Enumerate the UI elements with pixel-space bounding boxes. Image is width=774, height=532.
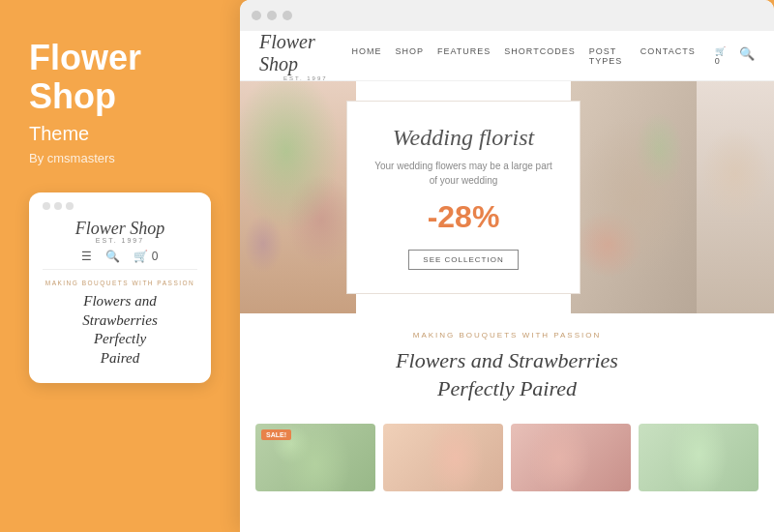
- product-item-2[interactable]: [383, 424, 503, 491]
- nav-shop[interactable]: Shop: [396, 46, 425, 66]
- theme-title: Flower Shop: [29, 39, 211, 115]
- mockup-nav: ☰ 🔍 🛒 0: [43, 250, 197, 270]
- browser-dot-2: [267, 11, 277, 20]
- hero-image-right: [697, 81, 774, 313]
- nav-icons: 🛒 0 🔍: [715, 46, 755, 66]
- search-icon[interactable]: 🔍: [739, 46, 755, 66]
- browser-dot-3: [283, 11, 292, 20]
- nav-links: Home Shop Features Shortcodes Post Types…: [352, 46, 696, 66]
- nav-features[interactable]: Features: [437, 46, 491, 66]
- browser-bar: [240, 0, 774, 31]
- mockup-logo-sub: EST. 1997: [43, 237, 197, 244]
- mockup-tagline: Making Bouquets With Passion: [43, 280, 197, 286]
- mobile-mockup: Flower Shop EST. 1997 ☰ 🔍 🛒 0 Making Bou…: [29, 192, 211, 383]
- nav-post-types[interactable]: Post Types: [589, 46, 627, 66]
- nav-contacts[interactable]: Contacts: [640, 46, 696, 66]
- product-item-3[interactable]: [511, 424, 631, 491]
- cart-icon[interactable]: 🛒 0: [134, 250, 158, 263]
- search-icon[interactable]: 🔍: [105, 250, 120, 263]
- cart-icon[interactable]: 🛒 0: [715, 46, 729, 66]
- product-row: Sale!: [240, 414, 774, 501]
- hero-description: Your wedding flowers may be a large part…: [374, 159, 552, 188]
- section-heading: Flowers and Strawberries Perfectly Paire…: [263, 347, 751, 402]
- hero-discount: -28%: [374, 199, 552, 235]
- hamburger-icon[interactable]: ☰: [81, 250, 92, 263]
- product-item-1[interactable]: Sale!: [255, 424, 375, 491]
- nav-shortcodes[interactable]: Shortcodes: [504, 46, 575, 66]
- sale-badge-1: Sale!: [261, 429, 291, 440]
- product-item-4[interactable]: [639, 424, 759, 491]
- mockup-dot-3: [66, 202, 74, 210]
- browser-dot-1: [252, 11, 261, 20]
- site-logo[interactable]: Flower Shop EST. 1997: [259, 31, 352, 81]
- hero-image-mid: [571, 81, 697, 313]
- site-nav: Flower Shop EST. 1997 Home Shop Features…: [240, 31, 774, 81]
- mockup-dot-1: [43, 202, 50, 210]
- hero-image-left: [240, 81, 356, 313]
- hero-title: Wedding florist: [374, 125, 552, 151]
- hero-area: Wedding florist Your wedding flowers may…: [240, 81, 774, 313]
- theme-author: By cmsmasters: [29, 151, 211, 165]
- see-collection-button[interactable]: See Collection: [408, 250, 518, 270]
- mockup-heading: Flowers and Strawberries Perfectly Paire…: [43, 292, 197, 368]
- theme-subtitle: Theme: [29, 123, 211, 145]
- mockup-dot-2: [54, 202, 62, 210]
- section-tagline: Making Bouquets With Passion: [263, 331, 751, 340]
- browser-window: Flower Shop EST. 1997 Home Shop Features…: [240, 0, 774, 532]
- mockup-logo: Flower Shop: [43, 220, 197, 237]
- left-panel: Flower Shop Theme By cmsmasters Flower S…: [0, 0, 240, 532]
- mockup-dots: [43, 202, 197, 210]
- nav-home[interactable]: Home: [352, 46, 382, 66]
- content-section: Making Bouquets With Passion Flowers and…: [240, 313, 774, 414]
- hero-banner: Wedding florist Your wedding flowers may…: [346, 101, 580, 294]
